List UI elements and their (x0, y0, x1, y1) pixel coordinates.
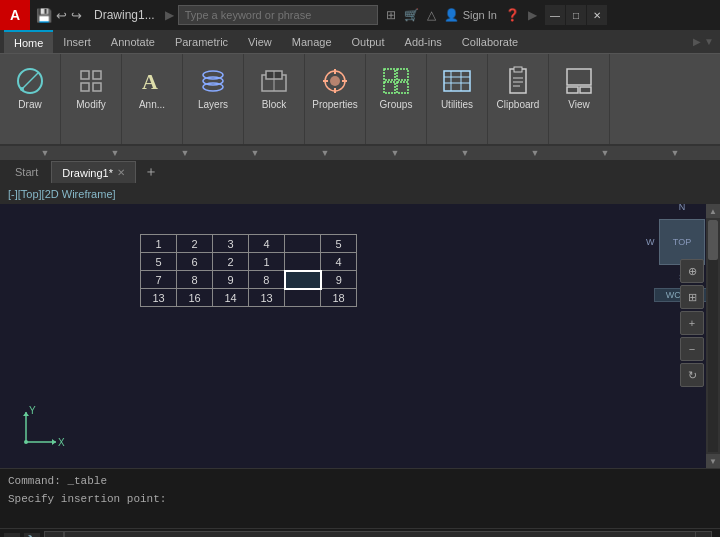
svg-text:Y: Y (29, 405, 36, 416)
exp-arrow-6[interactable]: ▼ (391, 148, 400, 158)
scroll-up-button[interactable]: ▲ (706, 204, 720, 218)
command-input[interactable] (64, 531, 696, 538)
svg-rect-35 (567, 87, 578, 93)
command-icons: ☰ 🔧 (4, 533, 40, 538)
svg-rect-21 (397, 69, 408, 80)
table-row: 1 2 3 4 5 (141, 235, 357, 253)
minimize-button[interactable]: — (545, 5, 565, 25)
layers-button[interactable]: Layers (189, 62, 237, 114)
cube-west: W (646, 237, 655, 247)
svg-rect-3 (81, 71, 89, 79)
zoom-out-tool[interactable]: − (680, 337, 704, 361)
modify-label: Modify (76, 99, 105, 111)
zoom-extents-tool[interactable]: ⊞ (680, 285, 704, 309)
utilities-button[interactable]: Utilities (433, 62, 481, 114)
exp-arrow-5[interactable]: ▼ (321, 148, 330, 158)
maximize-button[interactable]: □ (566, 5, 586, 25)
clipboard-button[interactable]: Clipboard (494, 62, 542, 114)
viewport-label: [-][Top][2D Wireframe] (8, 188, 116, 200)
doc-tab-drawing1[interactable]: Drawing1* ✕ (51, 161, 136, 183)
exp-arrow-10[interactable]: ▼ (671, 148, 680, 158)
groups-button[interactable]: Groups (372, 62, 420, 114)
exp-arrow-4[interactable]: ▼ (251, 148, 260, 158)
ribbon-toggle[interactable]: ▶ ▼ (687, 36, 720, 47)
svg-rect-30 (514, 67, 522, 72)
tab-manage[interactable]: Manage (282, 30, 342, 53)
sign-in-button[interactable]: 👤 Sign In (444, 8, 497, 22)
svg-line-1 (22, 73, 38, 89)
command-input-bar: ☰ 🔧 ▶ ▼ (0, 528, 720, 537)
ribbon-group-groups: Groups (366, 54, 427, 144)
command-text-1: Command: _table (8, 475, 107, 487)
svg-rect-20 (384, 69, 395, 80)
title-search-input[interactable] (178, 5, 378, 25)
zoom-in-tool[interactable]: + (680, 311, 704, 335)
undo-icon[interactable]: ↩ (56, 8, 67, 23)
exp-arrow-8[interactable]: ▼ (531, 148, 540, 158)
cmd-prefix-icon: ▶ (44, 531, 64, 538)
svg-rect-23 (397, 82, 408, 93)
draw-button[interactable]: Draw (6, 62, 54, 114)
view-button[interactable]: View (555, 62, 603, 114)
ribbon-content: Draw Modify (0, 54, 720, 146)
command-text-2: Specify insertion point: (8, 493, 166, 505)
doc-tab-close[interactable]: ✕ (117, 167, 125, 178)
block-button[interactable]: Block (250, 62, 298, 114)
close-button[interactable]: ✕ (587, 5, 607, 25)
scroll-thumb[interactable] (708, 220, 718, 260)
tab-annotate[interactable]: Annotate (101, 30, 165, 53)
tab-home[interactable]: Home (4, 30, 53, 53)
cmd-icon-2[interactable]: 🔧 (24, 533, 40, 538)
cart-icon[interactable]: 🛒 (404, 8, 419, 22)
help-icon[interactable]: ❓ (505, 8, 520, 22)
exp-arrow-2[interactable]: ▼ (111, 148, 120, 158)
svg-point-2 (20, 87, 24, 91)
properties-label: Properties (312, 99, 358, 111)
exp-arrow-1[interactable]: ▼ (41, 148, 50, 158)
svg-point-43 (24, 440, 28, 444)
doc-tab-start[interactable]: Start (4, 161, 49, 183)
exp-arrow-3[interactable]: ▼ (181, 148, 190, 158)
table-row: 7 8 9 8 9 (141, 271, 357, 289)
drawing-table: 1 2 3 4 5 5 6 2 1 4 7 8 9 8 9 (140, 234, 357, 307)
window-controls: — □ ✕ (545, 5, 607, 25)
tab-insert[interactable]: Insert (53, 30, 101, 53)
share-icon[interactable]: △ (427, 8, 436, 22)
new-tab-button[interactable]: ＋ (138, 163, 164, 181)
tab-view[interactable]: View (238, 30, 282, 53)
svg-rect-4 (93, 71, 101, 79)
tab-output[interactable]: Output (342, 30, 395, 53)
cmd-dropdown[interactable]: ▼ (696, 531, 712, 538)
svg-rect-34 (567, 69, 591, 85)
exp-arrow-9[interactable]: ▼ (601, 148, 610, 158)
annotate-label: Ann... (139, 99, 165, 111)
redo-icon[interactable]: ↪ (71, 8, 82, 23)
tab-collaborate[interactable]: Collaborate (452, 30, 528, 53)
viewport-bar: [-][Top][2D Wireframe] (0, 184, 720, 204)
search-right-icon[interactable]: ⊞ (386, 8, 396, 22)
exp-arrow-7[interactable]: ▼ (461, 148, 470, 158)
save-icon[interactable]: 💾 (36, 8, 52, 23)
scroll-track[interactable] (708, 220, 718, 452)
annotate-button[interactable]: A Ann... (128, 62, 176, 114)
tab-parametric[interactable]: Parametric (165, 30, 238, 53)
command-area: Command: _table Specify insertion point: (0, 468, 720, 528)
ribbon-group-clipboard: Clipboard (488, 54, 549, 144)
scroll-bar-vertical[interactable]: ▲ ▼ (706, 204, 720, 468)
properties-button[interactable]: Properties (311, 62, 359, 114)
canvas-area[interactable]: 1 2 3 4 5 5 6 2 1 4 7 8 9 8 9 (0, 204, 720, 468)
groups-label: Groups (380, 99, 413, 111)
svg-point-15 (330, 76, 340, 86)
ribbon-expander: ▼ ▼ ▼ ▼ ▼ ▼ ▼ ▼ ▼ ▼ (0, 146, 720, 160)
scroll-down-button[interactable]: ▼ (706, 454, 720, 468)
pan-tool[interactable]: ⊕ (680, 259, 704, 283)
block-label: Block (262, 99, 286, 111)
nav-tools: ⊕ ⊞ + − ↻ (680, 259, 704, 387)
tab-addins[interactable]: Add-ins (395, 30, 452, 53)
cmd-icon-1[interactable]: ☰ (4, 533, 20, 538)
doc-title: Drawing1... (88, 8, 161, 22)
modify-button[interactable]: Modify (67, 62, 115, 114)
orbit-tool[interactable]: ↻ (680, 363, 704, 387)
ribbon-group-modify: Modify (61, 54, 122, 144)
ribbon-group-utilities: Utilities (427, 54, 488, 144)
